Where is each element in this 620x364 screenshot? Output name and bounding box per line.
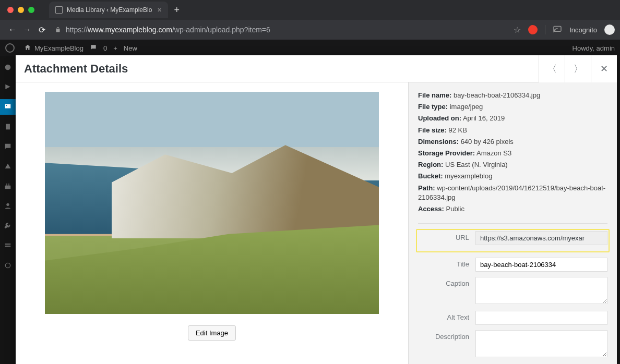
- sidebar-tools[interactable]: [0, 218, 16, 234]
- sidebar-collapse[interactable]: [0, 258, 16, 273]
- meta-dimensions-label: Dimensions:: [418, 138, 459, 145]
- next-attachment-button[interactable]: 〉: [565, 55, 591, 82]
- reload-button[interactable]: ⟳: [34, 25, 49, 35]
- meta-path: wp-content/uploads/2019/04/16212519/bay-…: [418, 184, 605, 201]
- svg-rect-4: [6, 124, 10, 130]
- svg-rect-2: [5, 104, 11, 108]
- extension-icon[interactable]: [528, 25, 538, 34]
- sidebar-plugins[interactable]: [0, 178, 16, 194]
- meta-file-size-label: File size:: [418, 126, 447, 134]
- url-field[interactable]: https://www.myexampleblog.com/wp-admin/u…: [54, 26, 508, 34]
- meta-region: US East (N. Virginia): [445, 161, 508, 168]
- url-host: www.myexampleblog.com: [88, 26, 172, 34]
- comments-icon[interactable]: [90, 44, 97, 53]
- svg-point-5: [6, 203, 9, 206]
- incognito-icon: [604, 25, 615, 35]
- site-name[interactable]: MyExampleBlog: [34, 44, 84, 52]
- description-label: Description: [418, 330, 475, 341]
- titlebar: Media Library ‹ MyExampleBlo × +: [0, 0, 620, 20]
- howdy[interactable]: Howdy, admin: [573, 44, 615, 52]
- media-preview-panel: Edit Image: [16, 82, 408, 364]
- meta-file-name-label: File name:: [418, 91, 451, 99]
- meta-file-size: 92 KB: [449, 126, 467, 134]
- cast-icon[interactable]: [553, 26, 562, 34]
- attachment-details-modal: Attachment Details 〈 〉 ✕ Edit Image File…: [16, 55, 617, 364]
- meta-bucket: myexampleblog: [445, 172, 492, 180]
- wp-logo-icon[interactable]: [5, 43, 15, 53]
- bookmark-icon[interactable]: ☆: [514, 25, 521, 35]
- address-bar: ← → ⟳ https://www.myexampleblog.com/wp-a…: [0, 20, 620, 40]
- attachment-metadata: File name: bay-beach-boat-2106334.jpg Fi…: [418, 91, 607, 224]
- new-tab-button[interactable]: +: [174, 5, 180, 16]
- svg-rect-6: [5, 244, 11, 245]
- modal-header: Attachment Details 〈 〉 ✕: [16, 55, 617, 82]
- divider: [545, 25, 545, 34]
- meta-access: Public: [446, 205, 464, 213]
- lock-icon: [54, 26, 62, 33]
- plus-icon[interactable]: +: [113, 44, 117, 52]
- new-label[interactable]: New: [124, 44, 137, 52]
- alt-text-label: Alt Text: [418, 311, 475, 321]
- meta-storage-label: Storage Provider:: [418, 149, 475, 157]
- meta-uploaded-on-label: Uploaded on:: [418, 114, 461, 122]
- sidebar-appearance[interactable]: [0, 159, 16, 174]
- meta-dimensions: 640 by 426 pixels: [461, 138, 514, 145]
- description-input[interactable]: [475, 330, 607, 357]
- sidebar-posts[interactable]: [0, 79, 16, 95]
- wp-admin-toolbar: MyExampleBlog 0 + New Howdy, admin: [0, 40, 620, 56]
- tab-title: Media Library ‹ MyExampleBlo: [67, 6, 152, 14]
- close-modal-button[interactable]: ✕: [591, 55, 617, 82]
- back-button[interactable]: ←: [5, 25, 20, 34]
- window-maximize-button[interactable]: [28, 7, 34, 13]
- modal-title: Attachment Details: [24, 62, 128, 76]
- meta-path-label: Path:: [418, 184, 435, 192]
- attachment-sidebar: File name: bay-beach-boat-2106334.jpg Fi…: [408, 82, 617, 364]
- sidebar-media[interactable]: [0, 99, 16, 115]
- meta-region-label: Region:: [418, 161, 443, 168]
- url-prefix: https://: [66, 26, 88, 34]
- wp-admin-sidebar: [0, 56, 16, 364]
- window-minimize-button[interactable]: [18, 7, 24, 13]
- comments-count[interactable]: 0: [103, 44, 107, 52]
- caption-input[interactable]: [475, 277, 607, 304]
- meta-file-name: bay-beach-boat-2106334.jpg: [454, 91, 540, 99]
- sidebar-comments[interactable]: [0, 139, 16, 154]
- meta-uploaded-on: April 16, 2019: [463, 114, 505, 122]
- sidebar-dashboard[interactable]: [0, 59, 16, 75]
- browser-chrome: Media Library ‹ MyExampleBlo × + ← → ⟳ h…: [0, 0, 620, 40]
- url-input[interactable]: [475, 231, 607, 245]
- attachment-image: [45, 92, 379, 314]
- url-field-highlight: URL: [416, 229, 610, 252]
- sidebar-users[interactable]: [0, 198, 16, 214]
- prev-attachment-button[interactable]: 〈: [539, 55, 565, 82]
- caption-label: Caption: [418, 277, 475, 287]
- sidebar-settings[interactable]: [0, 238, 16, 253]
- url-label: URL: [418, 231, 475, 241]
- svg-point-3: [6, 105, 7, 106]
- edit-image-button[interactable]: Edit Image: [188, 325, 236, 341]
- forward-button[interactable]: →: [20, 25, 34, 34]
- url-path: /wp-admin/upload.php?item=6: [172, 26, 270, 34]
- meta-file-type: image/jpeg: [450, 103, 483, 111]
- meta-storage: Amazon S3: [476, 149, 511, 157]
- svg-rect-0: [554, 26, 561, 31]
- home-icon[interactable]: [24, 44, 31, 53]
- window-close-button[interactable]: [7, 7, 14, 13]
- incognito-label: Incognito: [569, 26, 597, 34]
- meta-access-label: Access:: [418, 205, 444, 213]
- tab-close-icon[interactable]: ×: [157, 6, 161, 14]
- title-label: Title: [418, 258, 475, 268]
- alt-text-input[interactable]: [475, 311, 607, 325]
- meta-bucket-label: Bucket:: [418, 172, 443, 180]
- page-icon: [55, 6, 63, 14]
- title-input[interactable]: [475, 258, 607, 272]
- svg-point-1: [5, 65, 11, 70]
- svg-rect-7: [5, 246, 11, 247]
- svg-point-8: [5, 263, 10, 268]
- sidebar-pages[interactable]: [0, 119, 16, 135]
- meta-file-type-label: File type:: [418, 103, 448, 111]
- browser-tab[interactable]: Media Library ‹ MyExampleBlo ×: [49, 2, 168, 18]
